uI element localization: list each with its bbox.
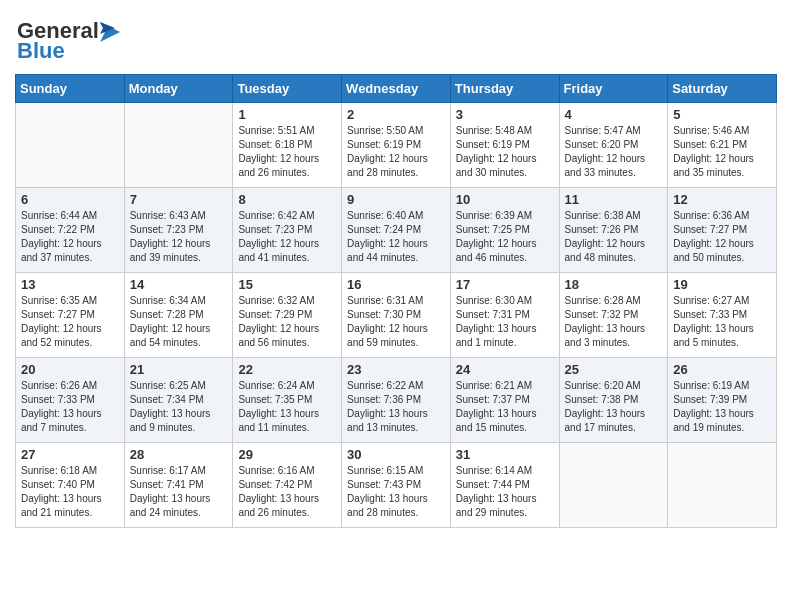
header-day-monday: Monday — [124, 75, 233, 103]
day-number: 28 — [130, 447, 228, 462]
day-info: Sunrise: 6:30 AM Sunset: 7:31 PM Dayligh… — [456, 294, 554, 350]
day-number: 4 — [565, 107, 663, 122]
header: General Blue — [15, 10, 777, 66]
calendar-cell: 11Sunrise: 6:38 AM Sunset: 7:26 PM Dayli… — [559, 188, 668, 273]
calendar-cell: 12Sunrise: 6:36 AM Sunset: 7:27 PM Dayli… — [668, 188, 777, 273]
day-number: 24 — [456, 362, 554, 377]
calendar-cell: 24Sunrise: 6:21 AM Sunset: 7:37 PM Dayli… — [450, 358, 559, 443]
day-number: 17 — [456, 277, 554, 292]
calendar-cell: 26Sunrise: 6:19 AM Sunset: 7:39 PM Dayli… — [668, 358, 777, 443]
day-number: 29 — [238, 447, 336, 462]
calendar-cell — [124, 103, 233, 188]
day-number: 6 — [21, 192, 119, 207]
calendar-cell — [16, 103, 125, 188]
day-number: 9 — [347, 192, 445, 207]
day-info: Sunrise: 6:38 AM Sunset: 7:26 PM Dayligh… — [565, 209, 663, 265]
day-info: Sunrise: 6:42 AM Sunset: 7:23 PM Dayligh… — [238, 209, 336, 265]
calendar-table: SundayMondayTuesdayWednesdayThursdayFrid… — [15, 74, 777, 528]
page-container: General Blue SundayMondayTuesdayWednesda… — [0, 0, 792, 543]
calendar-cell: 21Sunrise: 6:25 AM Sunset: 7:34 PM Dayli… — [124, 358, 233, 443]
header-day-sunday: Sunday — [16, 75, 125, 103]
calendar-cell: 2Sunrise: 5:50 AM Sunset: 6:19 PM Daylig… — [342, 103, 451, 188]
header-day-tuesday: Tuesday — [233, 75, 342, 103]
day-info: Sunrise: 6:44 AM Sunset: 7:22 PM Dayligh… — [21, 209, 119, 265]
day-number: 18 — [565, 277, 663, 292]
day-number: 3 — [456, 107, 554, 122]
day-number: 12 — [673, 192, 771, 207]
calendar-cell: 1Sunrise: 5:51 AM Sunset: 6:18 PM Daylig… — [233, 103, 342, 188]
calendar-cell: 17Sunrise: 6:30 AM Sunset: 7:31 PM Dayli… — [450, 273, 559, 358]
day-info: Sunrise: 6:15 AM Sunset: 7:43 PM Dayligh… — [347, 464, 445, 520]
calendar-cell — [559, 443, 668, 528]
calendar-cell: 14Sunrise: 6:34 AM Sunset: 7:28 PM Dayli… — [124, 273, 233, 358]
calendar-cell: 27Sunrise: 6:18 AM Sunset: 7:40 PM Dayli… — [16, 443, 125, 528]
day-info: Sunrise: 6:16 AM Sunset: 7:42 PM Dayligh… — [238, 464, 336, 520]
calendar-cell: 13Sunrise: 6:35 AM Sunset: 7:27 PM Dayli… — [16, 273, 125, 358]
calendar-cell: 4Sunrise: 5:47 AM Sunset: 6:20 PM Daylig… — [559, 103, 668, 188]
day-number: 30 — [347, 447, 445, 462]
day-info: Sunrise: 6:22 AM Sunset: 7:36 PM Dayligh… — [347, 379, 445, 435]
day-number: 10 — [456, 192, 554, 207]
day-info: Sunrise: 6:18 AM Sunset: 7:40 PM Dayligh… — [21, 464, 119, 520]
day-number: 2 — [347, 107, 445, 122]
calendar-cell: 8Sunrise: 6:42 AM Sunset: 7:23 PM Daylig… — [233, 188, 342, 273]
day-info: Sunrise: 6:21 AM Sunset: 7:37 PM Dayligh… — [456, 379, 554, 435]
calendar-cell: 3Sunrise: 5:48 AM Sunset: 6:19 PM Daylig… — [450, 103, 559, 188]
calendar-cell: 20Sunrise: 6:26 AM Sunset: 7:33 PM Dayli… — [16, 358, 125, 443]
day-number: 7 — [130, 192, 228, 207]
calendar-cell: 23Sunrise: 6:22 AM Sunset: 7:36 PM Dayli… — [342, 358, 451, 443]
day-number: 26 — [673, 362, 771, 377]
day-number: 25 — [565, 362, 663, 377]
calendar-week-2: 6Sunrise: 6:44 AM Sunset: 7:22 PM Daylig… — [16, 188, 777, 273]
day-number: 5 — [673, 107, 771, 122]
svg-text:Blue: Blue — [17, 38, 65, 62]
day-number: 15 — [238, 277, 336, 292]
day-info: Sunrise: 6:24 AM Sunset: 7:35 PM Dayligh… — [238, 379, 336, 435]
day-info: Sunrise: 6:43 AM Sunset: 7:23 PM Dayligh… — [130, 209, 228, 265]
day-info: Sunrise: 6:17 AM Sunset: 7:41 PM Dayligh… — [130, 464, 228, 520]
calendar-week-5: 27Sunrise: 6:18 AM Sunset: 7:40 PM Dayli… — [16, 443, 777, 528]
day-info: Sunrise: 6:36 AM Sunset: 7:27 PM Dayligh… — [673, 209, 771, 265]
day-number: 1 — [238, 107, 336, 122]
calendar-cell: 15Sunrise: 6:32 AM Sunset: 7:29 PM Dayli… — [233, 273, 342, 358]
day-info: Sunrise: 5:47 AM Sunset: 6:20 PM Dayligh… — [565, 124, 663, 180]
day-info: Sunrise: 6:31 AM Sunset: 7:30 PM Dayligh… — [347, 294, 445, 350]
day-info: Sunrise: 6:27 AM Sunset: 7:33 PM Dayligh… — [673, 294, 771, 350]
header-day-thursday: Thursday — [450, 75, 559, 103]
day-info: Sunrise: 6:34 AM Sunset: 7:28 PM Dayligh… — [130, 294, 228, 350]
day-number: 11 — [565, 192, 663, 207]
day-info: Sunrise: 6:14 AM Sunset: 7:44 PM Dayligh… — [456, 464, 554, 520]
calendar-cell: 30Sunrise: 6:15 AM Sunset: 7:43 PM Dayli… — [342, 443, 451, 528]
day-info: Sunrise: 5:46 AM Sunset: 6:21 PM Dayligh… — [673, 124, 771, 180]
day-number: 20 — [21, 362, 119, 377]
day-info: Sunrise: 5:50 AM Sunset: 6:19 PM Dayligh… — [347, 124, 445, 180]
day-info: Sunrise: 6:19 AM Sunset: 7:39 PM Dayligh… — [673, 379, 771, 435]
day-info: Sunrise: 6:20 AM Sunset: 7:38 PM Dayligh… — [565, 379, 663, 435]
day-info: Sunrise: 6:35 AM Sunset: 7:27 PM Dayligh… — [21, 294, 119, 350]
day-number: 23 — [347, 362, 445, 377]
calendar-cell: 6Sunrise: 6:44 AM Sunset: 7:22 PM Daylig… — [16, 188, 125, 273]
day-number: 21 — [130, 362, 228, 377]
logo: General Blue — [15, 14, 125, 66]
header-day-saturday: Saturday — [668, 75, 777, 103]
day-info: Sunrise: 6:25 AM Sunset: 7:34 PM Dayligh… — [130, 379, 228, 435]
day-info: Sunrise: 6:39 AM Sunset: 7:25 PM Dayligh… — [456, 209, 554, 265]
calendar-cell: 5Sunrise: 5:46 AM Sunset: 6:21 PM Daylig… — [668, 103, 777, 188]
day-info: Sunrise: 6:26 AM Sunset: 7:33 PM Dayligh… — [21, 379, 119, 435]
header-day-wednesday: Wednesday — [342, 75, 451, 103]
calendar-header-row: SundayMondayTuesdayWednesdayThursdayFrid… — [16, 75, 777, 103]
day-number: 13 — [21, 277, 119, 292]
day-number: 19 — [673, 277, 771, 292]
calendar-cell: 10Sunrise: 6:39 AM Sunset: 7:25 PM Dayli… — [450, 188, 559, 273]
header-day-friday: Friday — [559, 75, 668, 103]
day-number: 8 — [238, 192, 336, 207]
day-number: 31 — [456, 447, 554, 462]
calendar-cell: 9Sunrise: 6:40 AM Sunset: 7:24 PM Daylig… — [342, 188, 451, 273]
calendar-cell — [668, 443, 777, 528]
day-number: 16 — [347, 277, 445, 292]
calendar-cell: 28Sunrise: 6:17 AM Sunset: 7:41 PM Dayli… — [124, 443, 233, 528]
day-info: Sunrise: 5:48 AM Sunset: 6:19 PM Dayligh… — [456, 124, 554, 180]
calendar-cell: 29Sunrise: 6:16 AM Sunset: 7:42 PM Dayli… — [233, 443, 342, 528]
day-info: Sunrise: 6:28 AM Sunset: 7:32 PM Dayligh… — [565, 294, 663, 350]
day-info: Sunrise: 6:32 AM Sunset: 7:29 PM Dayligh… — [238, 294, 336, 350]
